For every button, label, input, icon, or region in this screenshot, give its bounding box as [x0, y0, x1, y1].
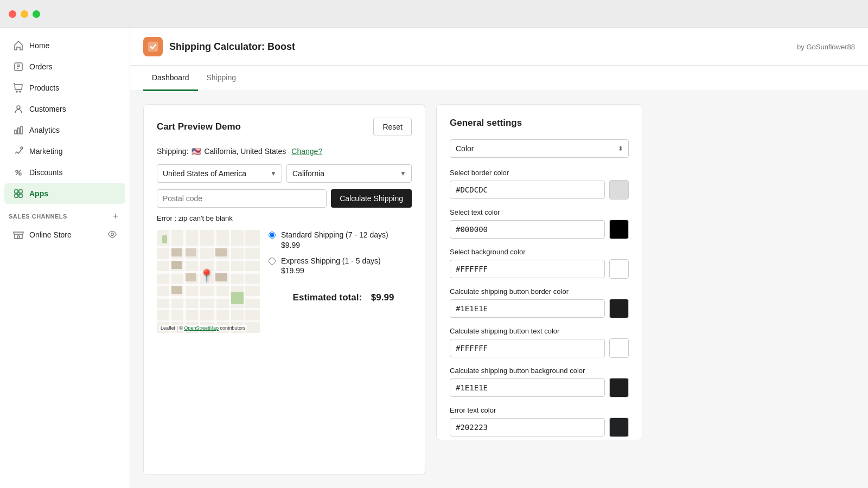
customers-icon — [13, 104, 24, 114]
bg-color-swatch[interactable] — [609, 259, 629, 279]
app-header: Shipping Calculator: Boost by GoSunflowe… — [130, 28, 868, 66]
standard-shipping-price: $9.99 — [281, 241, 388, 249]
shipping-options: Standard Shipping (7 - 12 days) $9.99 Ex… — [269, 230, 412, 333]
shipping-radio-express[interactable] — [269, 258, 276, 265]
error-text-color-input[interactable]: #202223 — [450, 418, 605, 436]
reset-button[interactable]: Reset — [373, 118, 412, 136]
svg-point-7 — [17, 106, 20, 109]
error-text-color-row: Error text color #202223 — [450, 406, 629, 437]
app-header-left: Shipping Calculator: Boost — [143, 37, 295, 56]
calc-border-color-swatch[interactable] — [609, 299, 629, 318]
country-select[interactable]: United States of America Canada United K… — [157, 164, 282, 183]
sidebar-item-analytics[interactable]: Analytics — [4, 120, 125, 140]
calc-border-color-row: Calculate shipping button border color #… — [450, 287, 629, 318]
map-pin: 📍 — [199, 269, 214, 283]
sidebar-item-online-store[interactable]: Online Store — [4, 224, 125, 245]
eye-icon[interactable] — [108, 230, 117, 240]
calculate-shipping-button[interactable]: Calculate Shipping — [331, 189, 412, 208]
analytics-icon — [13, 125, 24, 136]
calc-bg-color-row: Calculate shipping button background col… — [450, 367, 629, 397]
bg-color-row: Select background color #FFFFFF — [450, 248, 629, 279]
tab-shipping[interactable]: Shipping — [198, 66, 245, 91]
svg-rect-8 — [15, 130, 16, 134]
text-color-input[interactable]: #000000 — [450, 220, 605, 239]
calc-text-color-swatch[interactable] — [609, 338, 629, 358]
cart-panel: Cart Preview Demo Reset Shipping: 🇺🇸 Cal… — [143, 104, 425, 475]
calc-border-color-label: Calculate shipping button border color — [450, 287, 629, 296]
osm-link[interactable]: OpenStreetMap — [184, 325, 219, 331]
calc-text-color-label: Calculate shipping button text color — [450, 327, 629, 335]
border-color-swatch[interactable] — [609, 180, 629, 200]
shipping-option-standard: Standard Shipping (7 - 12 days) $9.99 — [269, 230, 412, 249]
sidebar-item-marketing[interactable]: Marketing — [4, 141, 125, 162]
app-logo — [143, 37, 163, 56]
sidebar-item-home[interactable]: Home — [4, 35, 125, 56]
text-color-swatch[interactable] — [609, 220, 629, 239]
border-color-label: Select border color — [450, 169, 629, 177]
marketing-icon — [13, 146, 24, 157]
sidebar-item-label: Marketing — [29, 147, 62, 156]
sidebar-item-label: Apps — [29, 189, 48, 198]
calc-border-color-input[interactable]: #1E1E1E — [450, 299, 605, 318]
error-text-color-label: Error text color — [450, 406, 629, 414]
settings-dropdown[interactable]: Color Style Font — [450, 139, 629, 158]
sidebar-item-label: Orders — [29, 62, 53, 71]
estimated-total: Estimated total: $9.99 — [269, 292, 412, 303]
tab-dashboard[interactable]: Dashboard — [143, 66, 198, 91]
sidebar-item-label: Customers — [29, 105, 66, 113]
border-color-input[interactable]: #DCDCDC — [450, 181, 605, 199]
maximize-button[interactable] — [33, 10, 40, 18]
sidebar: Home Orders — [0, 28, 130, 488]
state-select-wrapper: California New York Texas ▼ — [286, 164, 412, 183]
products-icon — [13, 82, 24, 93]
location-selects: United States of America Canada United K… — [157, 164, 412, 183]
map-credit: Leaflet | © OpenStreetMap contributors — [159, 325, 247, 331]
svg-point-13 — [19, 173, 21, 175]
titlebar — [0, 0, 868, 28]
change-location-link[interactable]: Change? — [291, 147, 322, 156]
close-button[interactable] — [9, 10, 16, 18]
minimize-button[interactable] — [21, 10, 28, 18]
sidebar-item-label: Home — [29, 41, 49, 50]
sidebar-item-customers[interactable]: Customers — [4, 99, 125, 119]
sidebar-item-products[interactable]: Products — [4, 78, 125, 98]
express-shipping-price: $19.99 — [281, 266, 381, 275]
calc-text-color-row: Calculate shipping button text color #FF… — [450, 327, 629, 358]
orders-icon — [13, 61, 24, 72]
country-select-wrapper: United States of America Canada United K… — [157, 164, 282, 183]
shipping-location: California, United States — [204, 147, 286, 156]
svg-point-12 — [16, 170, 18, 172]
estimated-total-label: Estimated total: — [293, 292, 362, 303]
main-content: Shipping Calculator: Boost by GoSunflowe… — [130, 28, 868, 488]
error-text-color-swatch[interactable] — [609, 418, 629, 437]
sidebar-item-label: Products — [29, 84, 59, 92]
settings-title: General settings — [450, 118, 629, 129]
add-sales-channel-button[interactable]: + — [110, 211, 121, 222]
svg-rect-10 — [21, 126, 22, 134]
svg-point-11 — [21, 147, 23, 149]
error-message: Error : zip can't be blank — [157, 214, 412, 222]
app-title: Shipping Calculator: Boost — [169, 41, 295, 53]
calc-bg-color-input[interactable]: #1E1E1E — [450, 378, 605, 397]
estimated-total-value: $9.99 — [371, 292, 394, 303]
settings-panel: General settings Color Style Font ⬍ Sele… — [436, 104, 642, 440]
bg-color-input[interactable]: #FFFFFF — [450, 260, 605, 278]
sidebar-item-orders[interactable]: Orders — [4, 56, 125, 77]
cart-panel-title: Cart Preview Demo — [157, 121, 241, 132]
sidebar-item-discounts[interactable]: Discounts — [4, 162, 125, 183]
bg-color-label: Select background color — [450, 248, 629, 256]
border-color-row: Select border color #DCDCDC — [450, 169, 629, 200]
sidebar-item-apps[interactable]: Apps — [4, 183, 125, 204]
color-fields: Select border color #DCDCDC Select text … — [450, 169, 629, 440]
standard-shipping-label: Standard Shipping (7 - 12 days) — [281, 230, 388, 241]
calc-text-color-input[interactable]: #FFFFFF — [450, 339, 605, 357]
calc-bg-color-swatch[interactable] — [609, 378, 629, 397]
shipping-radio-standard[interactable] — [269, 232, 276, 239]
state-select[interactable]: California New York Texas — [286, 164, 412, 183]
postal-input[interactable] — [157, 189, 327, 208]
sidebar-item-label: Analytics — [29, 126, 60, 134]
store-icon — [13, 229, 24, 240]
svg-rect-23 — [148, 42, 158, 52]
svg-rect-16 — [19, 190, 22, 193]
sales-channels-section: SALES CHANNELS + — [0, 204, 130, 224]
